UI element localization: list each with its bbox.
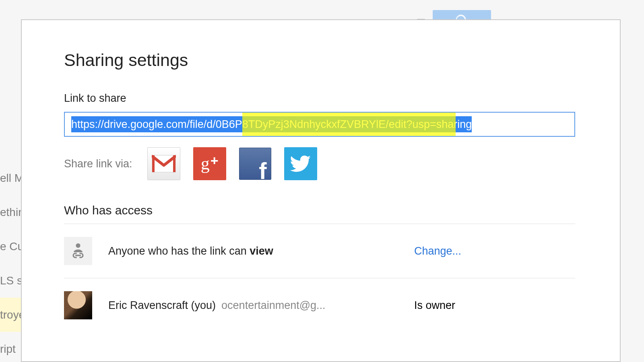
link-access-icon: [64, 237, 92, 265]
svg-point-3: [76, 243, 80, 248]
svg-rect-2: [173, 155, 175, 172]
share-link-input[interactable]: https://drive.google.com/file/d/0B6P8TDy…: [64, 112, 575, 137]
who-has-access-label: Who has access: [64, 204, 572, 217]
owner-email: ocentertainment@g...: [221, 299, 326, 311]
share-link-suffix: edit?usp=sharing: [389, 118, 472, 130]
share-gmail-button[interactable]: [147, 147, 180, 180]
share-twitter-button[interactable]: [284, 147, 317, 180]
googleplus-icon: g+: [201, 155, 219, 173]
share-link-text: https://drive.google.com/file/d/0B6P8TDy…: [71, 116, 472, 132]
svg-rect-1: [152, 155, 155, 172]
access-row-owner: Eric Ravenscraft (you)ocentertainment@g.…: [64, 278, 575, 332]
owner-role: Is owner: [414, 299, 575, 312]
dialog-title: Sharing settings: [64, 50, 572, 70]
gmail-icon: [152, 155, 176, 173]
twitter-icon: [290, 153, 312, 175]
share-via-label: Share link via:: [64, 158, 132, 170]
change-link-access-button[interactable]: Change...: [414, 245, 461, 257]
share-via-row: Share link via: g+ f: [64, 147, 572, 180]
access-link-permission: view: [250, 245, 273, 257]
share-link-id: /0B6P8TDyPzj3NdnhyckxfZVBRYlE/: [213, 118, 389, 130]
access-row-link: Anyone who has the link can view Change.…: [64, 224, 575, 278]
sharing-settings-dialog: Sharing settings Link to share https://d…: [21, 19, 621, 362]
facebook-icon: f: [259, 162, 266, 180]
link-to-share-label: Link to share: [64, 92, 572, 105]
access-link-text: Anyone who has the link can view: [108, 245, 273, 257]
owner-identity: Eric Ravenscraft (you)ocentertainment@g.…: [108, 299, 326, 312]
share-facebook-button[interactable]: f: [239, 148, 271, 180]
share-link-prefix: https://drive.google.com/file/d: [71, 118, 213, 130]
access-link-prefix: Anyone who has the link can: [108, 245, 250, 257]
owner-avatar: [64, 291, 92, 319]
share-googleplus-button[interactable]: g+: [193, 147, 226, 180]
owner-name: Eric Ravenscraft (you): [108, 299, 216, 311]
